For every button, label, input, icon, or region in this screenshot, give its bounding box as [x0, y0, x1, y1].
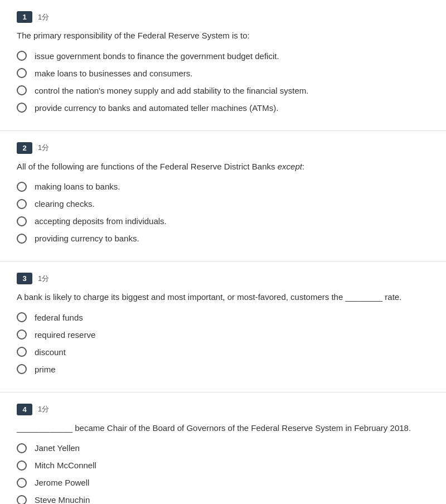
- option-radio[interactable]: [17, 364, 27, 374]
- options-list-2: making loans to banks. clearing checks. …: [17, 181, 429, 244]
- option-radio[interactable]: [17, 495, 27, 505]
- option-item: required reserve: [17, 329, 429, 341]
- question-points-1: 1分: [38, 12, 49, 22]
- page-container: 1 1分 The primary responsibility of the F…: [0, 0, 446, 504]
- option-item: make loans to businesses and consumers.: [17, 67, 429, 79]
- option-radio[interactable]: [17, 312, 27, 322]
- option-label[interactable]: Jerome Powell: [35, 477, 429, 488]
- options-list-3: federal funds required reserve discount …: [17, 312, 429, 375]
- question-text-before-2: All of the following are functions of th…: [17, 162, 278, 171]
- question-number-4: 4: [17, 404, 32, 415]
- option-label[interactable]: Steve Mnuchin: [35, 494, 429, 504]
- option-radio[interactable]: [17, 461, 27, 471]
- question-number-3: 3: [17, 273, 32, 284]
- option-label[interactable]: Mitch McConnell: [35, 459, 429, 471]
- question-header-2: 2 1分: [17, 142, 429, 154]
- question-block-4: 4 1分 ____________ became Chair of the Bo…: [0, 392, 446, 505]
- option-item: accepting deposits from individuals.: [17, 215, 429, 227]
- option-item: Janet Yellen: [17, 442, 429, 454]
- question-text-4: ____________ became Chair of the Board o…: [17, 422, 429, 435]
- options-list-4: Janet Yellen Mitch McConnell Jerome Powe…: [17, 442, 429, 504]
- option-item: Mitch McConnell: [17, 459, 429, 471]
- question-text-3: A bank is likely to charge its biggest a…: [17, 291, 429, 304]
- option-label[interactable]: required reserve: [35, 329, 429, 341]
- option-item: prime: [17, 364, 429, 375]
- option-radio[interactable]: [17, 51, 27, 61]
- option-label[interactable]: prime: [35, 364, 429, 375]
- question-text-italic-2: except: [278, 162, 302, 171]
- question-number-1: 1: [17, 11, 32, 23]
- option-radio[interactable]: [17, 443, 27, 453]
- option-radio[interactable]: [17, 199, 27, 209]
- question-block-2: 2 1分 All of the following are functions …: [0, 131, 446, 262]
- question-header-3: 3 1分: [17, 273, 429, 284]
- question-block-1: 1 1分 The primary responsibility of the F…: [0, 0, 446, 131]
- question-text-after-2: :: [302, 162, 304, 171]
- option-item: provide currency to banks and automated …: [17, 102, 429, 114]
- question-number-2: 2: [17, 142, 32, 154]
- option-label[interactable]: provide currency to banks and automated …: [35, 102, 429, 114]
- option-item: discount: [17, 346, 429, 358]
- option-label[interactable]: make loans to businesses and consumers.: [35, 67, 429, 79]
- option-label[interactable]: control the nation's money supply and ad…: [35, 85, 429, 96]
- option-radio[interactable]: [17, 103, 27, 113]
- question-header-1: 1 1分: [17, 11, 429, 23]
- question-points-2: 1分: [38, 143, 49, 153]
- option-item: Steve Mnuchin: [17, 494, 429, 504]
- option-label[interactable]: issue government bonds to finance the go…: [35, 50, 429, 62]
- option-item: issue government bonds to finance the go…: [17, 50, 429, 62]
- option-item: federal funds: [17, 312, 429, 323]
- option-label[interactable]: federal funds: [35, 312, 429, 323]
- options-list-1: issue government bonds to finance the go…: [17, 50, 429, 114]
- option-label[interactable]: making loans to banks.: [35, 181, 429, 192]
- option-label[interactable]: accepting deposits from individuals.: [35, 215, 429, 227]
- question-text-1: The primary responsibility of the Federa…: [17, 30, 429, 42]
- option-label[interactable]: discount: [35, 346, 429, 358]
- question-text-2: All of the following are functions of th…: [17, 161, 429, 173]
- option-radio[interactable]: [17, 347, 27, 357]
- option-item: clearing checks.: [17, 198, 429, 210]
- option-item: making loans to banks.: [17, 181, 429, 192]
- option-radio[interactable]: [17, 85, 27, 95]
- option-radio[interactable]: [17, 68, 27, 78]
- question-block-3: 3 1分 A bank is likely to charge its bigg…: [0, 261, 446, 392]
- option-radio[interactable]: [17, 478, 27, 488]
- question-points-3: 1分: [38, 274, 49, 284]
- option-radio[interactable]: [17, 182, 27, 192]
- option-radio[interactable]: [17, 329, 27, 340]
- option-item: providing currency to banks.: [17, 232, 429, 244]
- option-radio[interactable]: [17, 216, 27, 226]
- question-points-4: 1分: [38, 404, 49, 414]
- option-label[interactable]: clearing checks.: [35, 198, 429, 210]
- option-radio[interactable]: [17, 234, 27, 244]
- option-label[interactable]: providing currency to banks.: [35, 232, 429, 244]
- option-label[interactable]: Janet Yellen: [35, 442, 429, 454]
- question-header-4: 4 1分: [17, 404, 429, 415]
- option-item: Jerome Powell: [17, 477, 429, 488]
- option-item: control the nation's money supply and ad…: [17, 85, 429, 96]
